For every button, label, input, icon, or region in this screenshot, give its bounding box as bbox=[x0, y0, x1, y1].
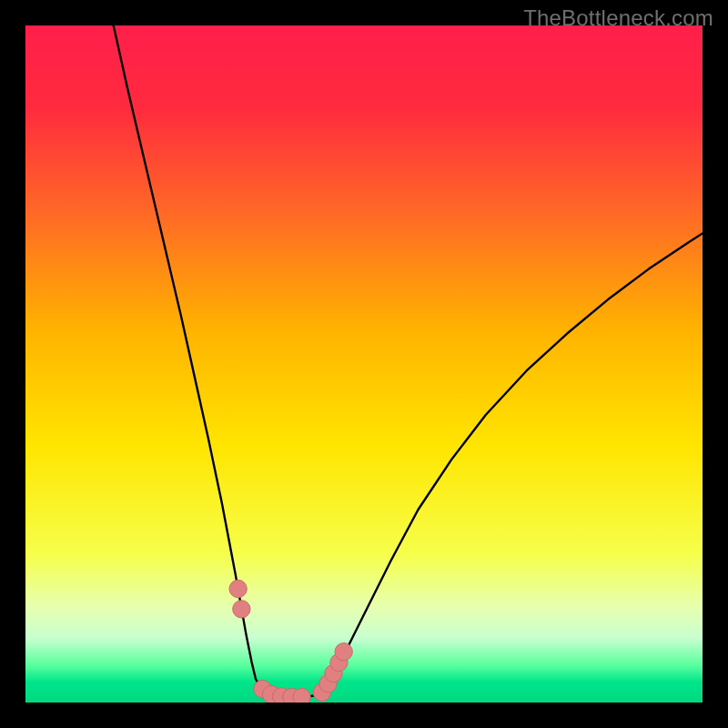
plot-area bbox=[25, 25, 703, 703]
gradient-background bbox=[25, 25, 703, 703]
data-marker bbox=[233, 601, 250, 618]
data-marker bbox=[335, 643, 352, 661]
outer-frame: TheBottleneck.com bbox=[0, 0, 728, 728]
chart-canvas bbox=[25, 25, 703, 703]
watermark-text: TheBottleneck.com bbox=[523, 5, 713, 31]
data-marker bbox=[293, 688, 310, 703]
data-marker bbox=[229, 580, 247, 597]
